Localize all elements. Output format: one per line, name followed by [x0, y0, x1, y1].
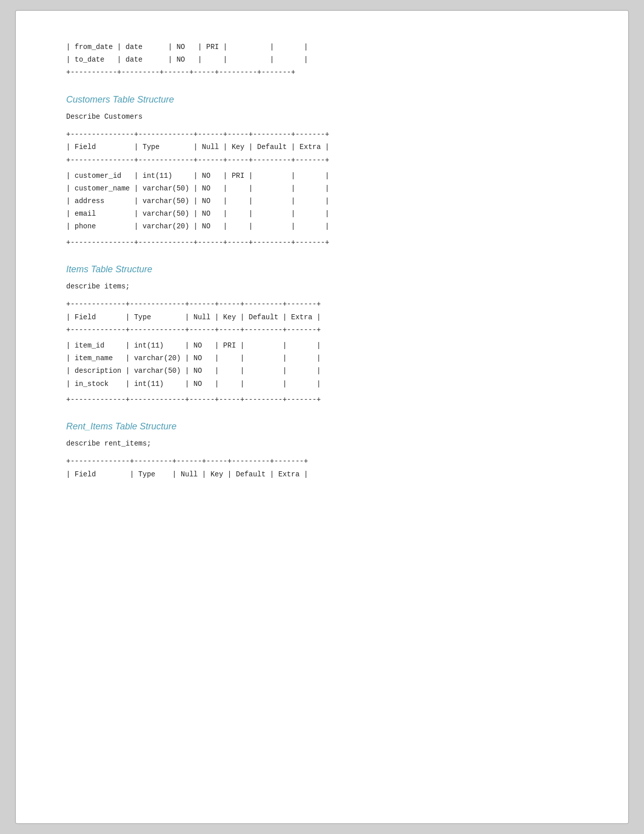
customers-header-row: | Field | Type | Null | Key | Default | … [66, 141, 578, 154]
items-row-3: | description | varchar(50) | NO | | | | [66, 365, 578, 377]
items-row-4: | in_stock | int(11) | NO | | | | [66, 378, 578, 390]
customers-header-border: +---------------+-------------+------+--… [66, 154, 578, 167]
items-row-2: | item_name | varchar(20) | NO | | | | [66, 352, 578, 365]
items-row-1: | item_id | int(11) | NO | PRI | | | [66, 339, 578, 352]
customers-row-3: | address | varchar(50) | NO | | | | [66, 195, 578, 208]
customers-section: Customers Table Structure Describe Custo… [66, 91, 578, 249]
items-top-border: +-------------+-------------+------+----… [66, 298, 578, 311]
page-container: | from_date | date | NO | PRI | | | | to… [15, 10, 629, 824]
content-area: | from_date | date | NO | PRI | | | | to… [66, 41, 578, 481]
customers-top-border: +---------------+-------------+------+--… [66, 128, 578, 141]
customers-bottom-border: +---------------+-------------+------+--… [66, 236, 578, 249]
customers-describe: Describe Customers [66, 111, 578, 123]
rent-items-top-border: +--------------+---------+------+-----+-… [66, 455, 578, 468]
row-from-date: | from_date | date | NO | PRI | | | [66, 41, 578, 54]
rent-items-heading: Rent_Items Table Structure [66, 418, 578, 434]
customers-row-2: | customer_name | varchar(50) | NO | | |… [66, 182, 578, 195]
customers-row-5: | phone | varchar(20) | NO | | | | [66, 220, 578, 233]
customers-row-4: | email | varchar(50) | NO | | | | [66, 208, 578, 220]
customers-heading: Customers Table Structure [66, 91, 578, 108]
customers-row-1: | customer_id | int(11) | NO | PRI | | | [66, 170, 578, 182]
previous-table-continuation: | from_date | date | NO | PRI | | | | to… [66, 41, 578, 79]
items-header-row: | Field | Type | Null | Key | Default | … [66, 311, 578, 324]
rent-items-describe: describe rent_items; [66, 437, 578, 450]
items-header-border: +-------------+-------------+------+----… [66, 324, 578, 336]
items-heading: Items Table Structure [66, 261, 578, 277]
items-bottom-border: +-------------+-------------+------+----… [66, 394, 578, 406]
items-section: Items Table Structure describe items; +-… [66, 261, 578, 406]
items-describe: describe items; [66, 280, 578, 293]
rent-items-section: Rent_Items Table Structure describe rent… [66, 418, 578, 481]
table-bottom-border-prev: +-----------+---------+------+-----+----… [66, 66, 578, 79]
row-to-date: | to_date | date | NO | | | | [66, 54, 578, 66]
rent-items-header-row: | Field | Type | Null | Key | Default | … [66, 468, 578, 481]
